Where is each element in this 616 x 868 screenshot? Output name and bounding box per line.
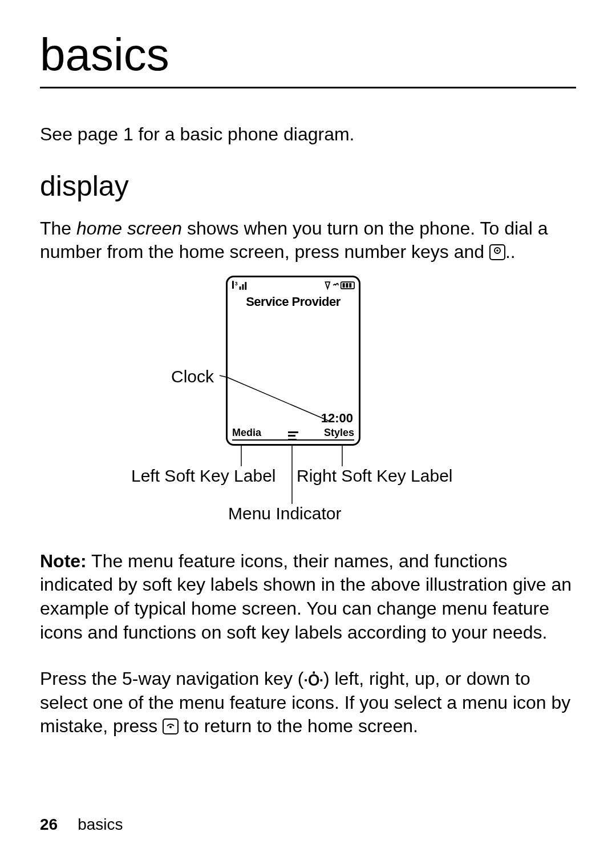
- intro-paragraph: See page 1 for a basic phone diagram.: [40, 123, 576, 147]
- end-key-icon: [163, 718, 179, 734]
- svg-rect-9: [346, 283, 348, 288]
- callout-right-soft-key: Right Soft Key Label: [297, 466, 453, 486]
- svg-rect-5: [242, 284, 244, 290]
- page-footer: 26basics: [40, 815, 123, 834]
- footer-section: basics: [78, 815, 123, 833]
- home-screen-diagram: 3 Service Provider 12:00 Media Styles Cl…: [91, 276, 525, 527]
- callout-menu-indicator: Menu Indicator: [228, 504, 341, 523]
- left-soft-key: Media: [232, 427, 261, 439]
- svg-rect-4: [240, 286, 241, 290]
- status-bar: 3: [231, 280, 355, 291]
- title-rule: [40, 87, 576, 88]
- callout-left-soft-key: Left Soft Key Label: [131, 466, 276, 486]
- page-title: basics: [40, 29, 576, 81]
- clock-value: 12:00: [321, 411, 353, 426]
- section-heading-display: display: [40, 169, 576, 203]
- svg-text:3: 3: [235, 281, 238, 286]
- display-paragraph-1: The home screen shows when you turn on t…: [40, 217, 576, 264]
- text: to return to the home screen.: [179, 716, 418, 736]
- text: Press the 5-way navigation key (: [40, 668, 303, 689]
- svg-rect-10: [349, 283, 351, 288]
- text: The: [40, 218, 76, 239]
- menu-indicator-icon: [288, 431, 298, 441]
- svg-rect-8: [343, 283, 345, 288]
- call-key-icon: [489, 244, 505, 260]
- service-provider-label: Service Provider: [228, 294, 359, 309]
- page-number: 26: [40, 815, 58, 833]
- nav-key-icon: ·Ȯ·: [303, 671, 323, 691]
- home-screen-term: home screen: [76, 218, 182, 239]
- navigation-paragraph: Press the 5-way navigation key (·Ȯ·) lef…: [40, 667, 576, 738]
- right-soft-key: Styles: [324, 427, 354, 439]
- svg-point-16: [169, 726, 172, 728]
- note-paragraph: Note: The menu feature icons, their name…: [40, 550, 576, 644]
- phone-frame: 3 Service Provider 12:00 Media Styles: [226, 276, 360, 446]
- text: The menu feature icons, their names, and…: [40, 551, 572, 643]
- note-label: Note:: [40, 551, 87, 571]
- callout-clock: Clock: [171, 367, 214, 386]
- svg-rect-2: [232, 281, 234, 289]
- svg-point-1: [496, 249, 499, 252]
- svg-rect-6: [245, 282, 246, 290]
- text: ..: [505, 241, 516, 262]
